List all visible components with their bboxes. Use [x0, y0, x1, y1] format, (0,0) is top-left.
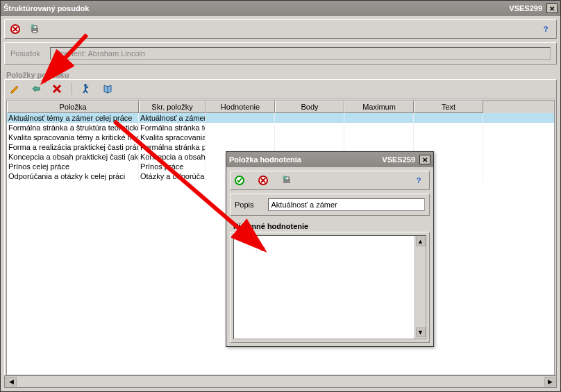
- main-titlebar: Štruktúrovaný posudok VSES299 ✕: [1, 1, 560, 16]
- cancel-icon[interactable]: [257, 174, 269, 187]
- cell-text: [414, 142, 483, 152]
- scroll-up-icon[interactable]: ▲: [416, 237, 426, 246]
- cell-polozka: Prínos celej práce: [7, 162, 139, 171]
- cell-skratka: Prínos práce: [139, 162, 206, 171]
- cell-polozka: Odporúčania a otázky k celej práci: [7, 171, 139, 181]
- cell-skratka: Kvalita spracovania: [139, 133, 206, 142]
- cell-polozka: Koncepcia a obsah praktickej časti (akt: [7, 152, 139, 162]
- window-code: VSES299: [509, 4, 542, 12]
- window-title: Štruktúrovaný posudok: [3, 4, 89, 12]
- dialog-title: Položka hodnotenia: [229, 155, 301, 164]
- scroll-left-icon[interactable]: ◀: [6, 377, 17, 386]
- close-icon[interactable]: ✕: [419, 155, 430, 164]
- evaluation-textarea[interactable]: ▲ ▼: [233, 235, 426, 339]
- cell-polozka: Formálna stránka a štruktúra teoretickej: [7, 123, 139, 133]
- cell-body: [275, 113, 344, 123]
- edit-icon[interactable]: [9, 83, 22, 95]
- svg-rect-5: [33, 31, 37, 33]
- run-icon[interactable]: [81, 83, 93, 95]
- dialog-toolbar: ?: [230, 171, 430, 190]
- book-icon[interactable]: [101, 83, 114, 95]
- cell-maximum: [344, 142, 414, 152]
- cell-hodnotenie: [206, 133, 275, 142]
- svg-point-17: [283, 176, 287, 180]
- cell-text: [414, 123, 483, 133]
- col-header[interactable]: Položka: [7, 101, 139, 113]
- cancel-icon[interactable]: [9, 23, 22, 35]
- cell-maximum: [344, 133, 414, 142]
- cell-hodnotenie: [206, 113, 275, 123]
- cell-skratka: Aktuálnosť a zámer: [139, 113, 206, 123]
- items-toolbar: [5, 80, 556, 99]
- items-section-label: Položky posudku: [1, 68, 560, 79]
- cell-skratka: Otázky a odporúčan: [139, 171, 206, 181]
- col-header[interactable]: Hodnotenie: [206, 101, 275, 113]
- cell-text: [414, 113, 483, 123]
- table-row[interactable]: Forma a realizácia praktickej časti prác…: [7, 142, 554, 152]
- help-icon[interactable]: ?: [539, 23, 552, 35]
- cell-polozka: Aktuálnosť témy a zámer celej práce: [7, 113, 139, 123]
- cell-polozka: Forma a realizácia praktickej časti prác: [7, 142, 139, 152]
- svg-point-9: [84, 84, 87, 87]
- item-dialog: Položka hodnotenia VSES259 ✕ ? Popis Akt…: [226, 151, 434, 347]
- cell-polozka: Kvalita spracovania témy a kritické mys: [7, 133, 139, 142]
- scroll-right-icon[interactable]: ▶: [544, 377, 555, 386]
- popis-label: Popis: [235, 201, 254, 209]
- vertical-scrollbar[interactable]: ▲ ▼: [415, 236, 426, 339]
- cell-hodnotenie: [206, 123, 275, 133]
- dialog-code: VSES259: [382, 155, 415, 164]
- posudok-value: Oponent: Abraham Lincoln: [50, 47, 551, 60]
- cell-skratka: Formálna stránka te: [139, 123, 206, 133]
- posudok-panel: Posudok Oponent: Abraham Lincoln: [4, 42, 557, 65]
- dialog-titlebar: Položka hodnotenia VSES259 ✕: [226, 152, 433, 167]
- cell-skratka: Formálna stránka pr: [139, 142, 206, 152]
- col-header[interactable]: Skr. položky: [139, 101, 206, 113]
- ok-icon[interactable]: [233, 174, 246, 187]
- print-icon[interactable]: [280, 174, 293, 187]
- col-header[interactable]: Maximum: [344, 101, 414, 113]
- col-header[interactable]: Body: [275, 101, 344, 113]
- cell-body: [275, 123, 344, 133]
- textarea-panel: ▲ ▼: [230, 232, 430, 343]
- grid-header-row: Položka Skr. položky Hodnotenie Body Max…: [7, 101, 554, 113]
- submit-icon[interactable]: [30, 83, 42, 95]
- svg-point-6: [31, 24, 35, 28]
- popis-input[interactable]: Aktuálnosť a zámer: [268, 198, 425, 211]
- table-row[interactable]: Aktuálnosť témy a zámer celej práceAktuá…: [7, 113, 554, 123]
- close-icon[interactable]: ✕: [546, 3, 558, 13]
- posudok-label: Posudok: [10, 49, 40, 58]
- scroll-down-icon[interactable]: ▼: [416, 327, 426, 337]
- cell-text: [414, 133, 483, 142]
- table-row[interactable]: Formálna stránka a štruktúra teoretickej…: [7, 123, 554, 133]
- cell-hodnotenie: [206, 142, 275, 152]
- col-header[interactable]: Text: [414, 101, 483, 113]
- cell-body: [275, 142, 344, 152]
- popis-row: Popis Aktuálnosť a zámer: [230, 194, 430, 216]
- print-icon[interactable]: [28, 23, 41, 35]
- cell-maximum: [344, 123, 414, 133]
- cell-maximum: [344, 113, 414, 123]
- main-toolbar: ?: [4, 19, 557, 39]
- written-eval-label: Písomné hodnotenie: [226, 219, 433, 232]
- horizontal-scrollbar[interactable]: ◀ ▶: [4, 375, 557, 388]
- table-row[interactable]: Kvalita spracovania témy a kritické mysK…: [7, 133, 554, 142]
- help-icon[interactable]: ?: [412, 174, 425, 187]
- cell-skratka: Koncepcia a obsah: [139, 152, 206, 162]
- delete-icon[interactable]: [51, 83, 63, 95]
- cell-body: [275, 133, 344, 142]
